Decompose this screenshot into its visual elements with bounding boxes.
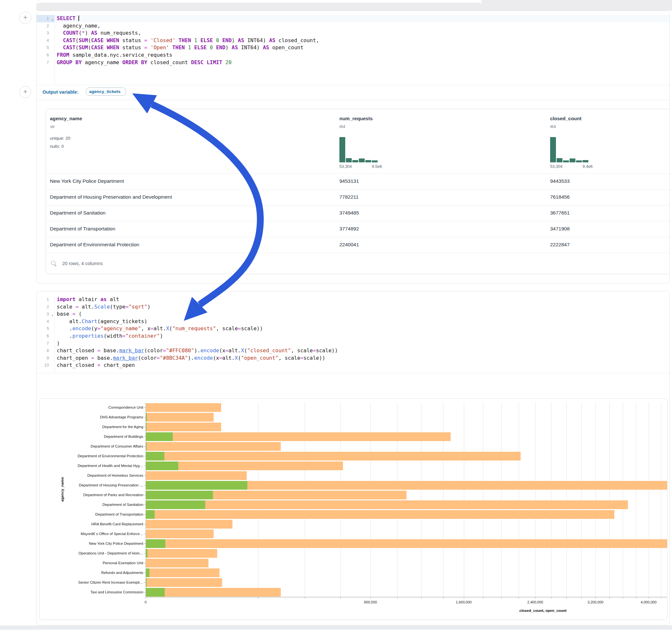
code-line-text: ) (57, 340, 60, 347)
code-line: 1import altair as alt (37, 296, 669, 303)
code-token: WHEN (107, 44, 119, 51)
y-axis-label: Personal Exemption Unit (52, 561, 143, 565)
code-line: 3∨base = ( (37, 311, 669, 318)
code-token: 1 (194, 37, 197, 43)
code-token: = (144, 44, 147, 51)
code-line: 2scale = alt.Scale(type="sqrt") (37, 303, 669, 311)
code-token: open_count (269, 44, 304, 51)
code-line: 7GROUP BY agency_name ORDER BY closed_co… (37, 59, 669, 67)
code-token: ). (188, 355, 194, 361)
code-token: scale)) (241, 325, 263, 332)
code-token (138, 59, 141, 66)
code-token: mark_bar (119, 347, 144, 354)
code-token: agency_name, (57, 23, 100, 29)
code-token: GROUP (57, 59, 72, 66)
code-token: END (216, 44, 225, 51)
code-token: chart_closed (57, 362, 97, 368)
column-stat: nulls: 0 (50, 144, 64, 149)
gridline (370, 403, 371, 597)
python-code-editor[interactable]: 1import altair as alt2scale = alt.Scale(… (37, 296, 669, 374)
altair-chart-output: Correspondence UnitDHS Advantage Program… (39, 398, 668, 620)
code-token: INT64) (238, 44, 263, 51)
output-variable-pill[interactable]: agency_tickets (86, 88, 126, 96)
previous-cell-bottom-edge (38, 0, 482, 3)
y-axis-label: Department of Environmental Protection (52, 454, 143, 458)
x-tick-label: 2,400,000 (527, 600, 543, 604)
line-number: 3 (37, 29, 54, 37)
closed-count-bar (146, 413, 214, 421)
open-count-bar (146, 491, 213, 500)
code-token: X (241, 347, 244, 354)
x-tick-mark (609, 597, 610, 599)
code-token (203, 59, 207, 66)
histogram-bar (372, 161, 378, 162)
column-stat: unique: 20 (50, 136, 70, 141)
code-token: scale)) (304, 355, 325, 361)
closed-count-bar (146, 568, 219, 577)
code-token: "closed_count" (247, 347, 291, 354)
add-cell-button[interactable]: + (19, 12, 31, 24)
code-token: WHEN (107, 37, 119, 43)
y-axis-label: Department of Housing Preservation … (52, 483, 143, 487)
code-token: = (157, 355, 160, 361)
row-separator (46, 173, 670, 174)
page-gap-bottom (0, 626, 672, 628)
code-token: CAST (63, 44, 75, 51)
code-token (213, 37, 216, 43)
code-token: ( (244, 347, 247, 354)
x-tick-mark (649, 597, 649, 599)
histogram-bar (582, 160, 589, 162)
column-header: closed_count (550, 116, 581, 121)
code-token: encode (200, 347, 219, 354)
y-axis-label: Department of Buildings (52, 435, 143, 438)
code-token: (color (144, 347, 163, 354)
code-token: sample_data.nyc.service_requests (69, 52, 172, 58)
value-cell: 3749485 (339, 210, 359, 216)
code-line: 6FROM sample_data.nyc.service_requests (37, 51, 669, 59)
line-number: 9 (37, 355, 54, 362)
x-tick-mark (258, 597, 258, 599)
code-token (191, 44, 194, 51)
code-token: AS (238, 37, 244, 43)
code-line: 10chart_closed + chart_open (37, 362, 669, 369)
closed-count-bar (146, 442, 281, 451)
x-tick-mark (305, 597, 305, 599)
add-cell-button[interactable]: + (20, 86, 31, 98)
column-type: i64 (339, 124, 345, 129)
code-token: = (313, 347, 316, 354)
x-tick-mark (340, 597, 341, 599)
line-number: 6 (37, 333, 54, 340)
gridline (397, 403, 398, 597)
gridline (623, 403, 623, 597)
code-token (213, 44, 216, 51)
code-token: closed_count (147, 59, 191, 66)
column-header: num_requests (339, 116, 373, 121)
closed-count-bar (146, 530, 214, 538)
y-axis-label: Senior Citizen Rent Increase Exempti… (52, 580, 143, 584)
code-token: = (163, 347, 166, 354)
x-tick-mark (661, 597, 661, 599)
x-tick-mark (581, 597, 581, 599)
x-tick-mark (623, 597, 623, 599)
code-line: 4 CAST(SUM(CASE WHEN status = 'Closed' T… (37, 37, 669, 44)
y-axis-label: Mayorâ€ s Office of Special Enforce… (52, 532, 143, 536)
code-token: FROM (57, 52, 69, 58)
page-gap-top (36, 3, 672, 11)
code-token: "agency_name" (100, 325, 141, 332)
column-header: agency_name (50, 116, 82, 121)
open-count-bar (146, 500, 205, 509)
code-token (197, 37, 201, 43)
row-separator (46, 253, 670, 253)
code-token: = (238, 325, 241, 332)
line-number: 4 (37, 37, 54, 44)
y-axis-title: agency_name (60, 477, 64, 502)
code-token: CASE (91, 37, 104, 43)
code-token: * (82, 30, 85, 36)
code-token: "#8BC34A" (160, 355, 188, 361)
code-token: INT64) (244, 37, 269, 43)
sql-code-editor[interactable]: 1∨SELECT 2 agency_name,3 COUNT(*) AS num… (37, 15, 669, 85)
open-count-bar (146, 481, 247, 490)
line-number: 3∨ (37, 311, 54, 318)
column-type: str (50, 124, 55, 129)
code-line-text: chart_closed + chart_open (57, 362, 135, 369)
